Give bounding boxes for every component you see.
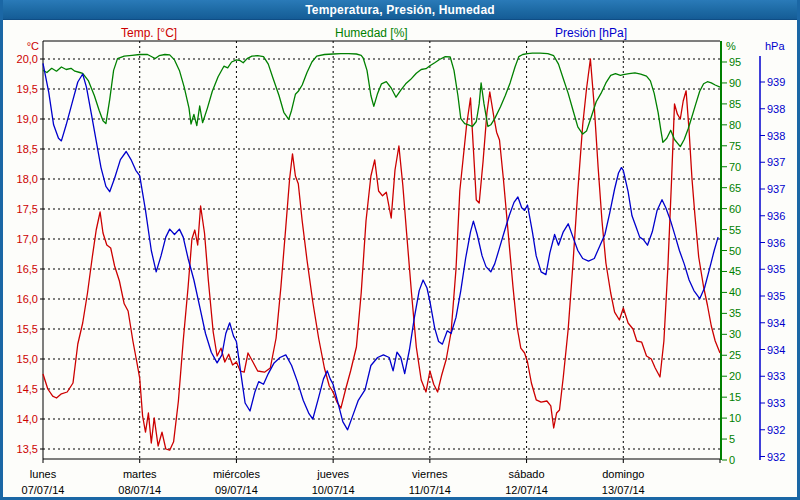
- temp-tick-label: 17,5: [17, 203, 38, 215]
- temp-tick-label: 13,5: [17, 443, 38, 455]
- pressure-tick-label: 937: [767, 156, 785, 168]
- pressure-tick-label: 932: [767, 424, 785, 436]
- humidity-tick-label: 50: [729, 245, 741, 257]
- humidity-tick-label: 60: [729, 203, 741, 215]
- pressure-tick-label: 934: [767, 344, 785, 356]
- pressure-tick-label: 937: [767, 183, 785, 195]
- humidity-tick-label: 15: [729, 391, 741, 403]
- temp-tick-label: 18,5: [17, 143, 38, 155]
- chart-window: Temperatura, Presión, Humedad Temp. [°C]…: [0, 0, 800, 500]
- date-label: 12/07/14: [505, 484, 548, 496]
- date-label: 11/07/14: [409, 484, 451, 496]
- temp-tick-label: 16,0: [17, 293, 38, 305]
- date-label: 07/07/14: [22, 484, 65, 496]
- temp-tick-label: 19,5: [17, 83, 38, 95]
- humidity-tick-label: 35: [729, 307, 741, 319]
- pressure-tick-label: 933: [767, 397, 785, 409]
- humidity-tick-label: 80: [729, 119, 741, 131]
- temp-tick-label: 16,5: [17, 263, 38, 275]
- temp-tick-label: 20,0: [17, 53, 38, 65]
- pressure-tick-label: 938: [767, 103, 785, 115]
- humidity-tick-label: 45: [729, 265, 741, 277]
- pressure-series-line: [43, 63, 718, 430]
- temp-tick-label: 14,5: [17, 383, 38, 395]
- pressure-tick-label: 936: [767, 210, 785, 222]
- temperature-series-line: [43, 59, 720, 450]
- humidity-tick-label: 70: [729, 161, 741, 173]
- pressure-tick-label: 932: [767, 451, 785, 463]
- humidity-tick-label: 55: [729, 224, 741, 236]
- weekday-label: miércoles: [213, 468, 261, 480]
- weekday-label: viernes: [412, 468, 448, 480]
- humidity-tick-label: 5: [729, 433, 735, 445]
- pressure-tick-label: 933: [767, 370, 785, 382]
- temp-tick-label: 14,0: [17, 413, 38, 425]
- weekday-label: martes: [123, 468, 157, 480]
- pressure-tick-label: 938: [767, 130, 785, 142]
- chart-plot-area: 20,019,519,018,518,017,517,016,516,015,5…: [3, 0, 800, 500]
- humidity-tick-label: 30: [729, 328, 741, 340]
- weekday-label: domingo: [602, 468, 644, 480]
- humidity-tick-label: 20: [729, 370, 741, 382]
- humidity-tick-label: 90: [729, 77, 741, 89]
- date-label: 08/07/14: [118, 484, 161, 496]
- date-label: 10/07/14: [312, 484, 355, 496]
- humidity-tick-label: 10: [729, 412, 741, 424]
- date-label: 13/07/14: [602, 484, 645, 496]
- pressure-tick-label: 936: [767, 237, 785, 249]
- pressure-tick-label: 935: [767, 290, 785, 302]
- temp-tick-label: 15,0: [17, 353, 38, 365]
- pressure-tick-label: 939: [767, 76, 785, 88]
- humidity-tick-label: 75: [729, 140, 741, 152]
- pressure-tick-label: 935: [767, 263, 785, 275]
- temp-tick-label: 15,5: [17, 323, 38, 335]
- pressure-tick-label: 934: [767, 317, 785, 329]
- temp-axis-unit: °C: [27, 40, 39, 52]
- humidity-axis-unit: %: [726, 40, 736, 52]
- humidity-series-line: [43, 53, 720, 146]
- humidity-tick-label: 85: [729, 98, 741, 110]
- temp-tick-label: 17,0: [17, 233, 38, 245]
- weekday-label: lunes: [30, 468, 57, 480]
- humidity-tick-label: 95: [729, 56, 741, 68]
- weekday-label: jueves: [316, 468, 349, 480]
- humidity-tick-label: 65: [729, 182, 741, 194]
- date-label: 09/07/14: [215, 484, 258, 496]
- pressure-axis-unit: hPa: [765, 40, 785, 52]
- temp-tick-label: 18,0: [17, 173, 38, 185]
- temp-tick-label: 19,0: [17, 113, 38, 125]
- humidity-tick-label: 0: [729, 454, 735, 466]
- humidity-tick-label: 25: [729, 349, 741, 361]
- weekday-label: sábado: [509, 468, 545, 480]
- humidity-tick-label: 40: [729, 286, 741, 298]
